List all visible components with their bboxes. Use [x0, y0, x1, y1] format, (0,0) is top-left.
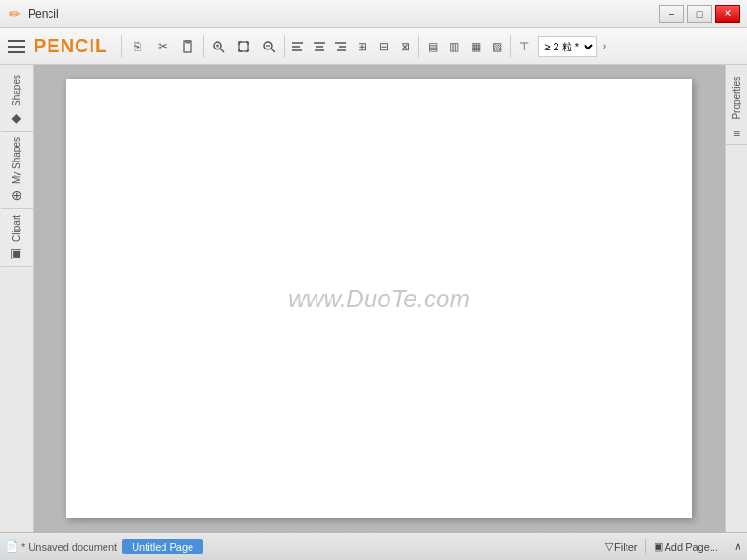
hamburger-line-1 [8, 40, 25, 42]
main-area: Shapes ◆ My Shapes ⊕ Clipart ▣ www.DuoTe… [0, 65, 747, 532]
zoom-in-button[interactable] [206, 35, 231, 59]
copy-button[interactable]: ⎘ [125, 35, 149, 59]
hamburger-line-2 [8, 46, 25, 48]
zoom-tools [206, 35, 281, 59]
align-center-button[interactable] [309, 36, 330, 57]
title-bar-text: Pencil [28, 7, 657, 21]
align-right-button[interactable] [331, 36, 351, 57]
svg-rect-6 [239, 42, 248, 51]
distribute-both-button[interactable]: ⊠ [395, 36, 416, 57]
page-tab[interactable]: Untitled Page [122, 539, 203, 554]
close-button[interactable]: ✕ [715, 5, 740, 23]
toolbar-sep-3 [284, 35, 285, 58]
add-page-label: Add Page... [665, 541, 719, 553]
shapes-icon: ◆ [11, 110, 21, 125]
clipart-tab[interactable]: Clipart ▣ [1, 209, 33, 267]
hamburger-line-3 [8, 51, 25, 53]
filter-icon: ▽ [605, 540, 613, 553]
align-left-icon [291, 41, 304, 52]
property-dropdown[interactable]: ≥ 2 粒 * [538, 36, 597, 57]
distribute-v-button[interactable]: ⊟ [374, 36, 394, 57]
paste-button[interactable] [176, 35, 200, 59]
valign-justify-button[interactable]: ▧ [486, 36, 507, 57]
properties-tab[interactable]: Properties ≡ [726, 69, 747, 145]
zoom-out-icon [262, 40, 275, 53]
filter-button[interactable]: ▽ Filter [605, 540, 637, 553]
filter-label: Filter [614, 541, 637, 553]
fit-button[interactable] [232, 35, 256, 59]
align-left-button[interactable] [288, 36, 308, 57]
valign-middle-button[interactable]: ▥ [444, 36, 464, 57]
shapes-tab-label: Shapes [11, 75, 21, 106]
bottom-sep [645, 539, 646, 554]
toolbar-sep-5 [510, 35, 511, 58]
toolbar-sep-1 [121, 35, 122, 58]
align-right-icon [334, 41, 347, 52]
hamburger-button[interactable] [4, 34, 30, 60]
svg-line-16 [271, 49, 275, 52]
minimize-button[interactable]: − [659, 5, 684, 23]
clipart-icon: ▣ [10, 245, 22, 260]
valign-bottom-button[interactable]: ▦ [465, 36, 486, 57]
toolbar-sep-4 [418, 35, 419, 58]
right-sidebar: Properties ≡ [725, 65, 747, 532]
bottom-sep-2 [726, 539, 726, 554]
distribute-h-button[interactable]: ⊞ [352, 36, 373, 57]
add-page-button[interactable]: ▣ Add Page... [654, 540, 719, 553]
my-shapes-icon: ⊕ [11, 188, 22, 203]
valign-top-button[interactable]: ▤ [422, 36, 443, 57]
doc-icon: 📄 [6, 540, 19, 553]
zoom-in-icon [212, 40, 225, 53]
toolbar-sep-2 [203, 35, 204, 58]
nav-up-button[interactable]: ∧ [734, 540, 741, 553]
left-sidebar: Shapes ◆ My Shapes ⊕ Clipart ▣ [0, 65, 34, 532]
bottom-bar: 📄 * Unsaved document Untitled Page ▽ Fil… [0, 532, 747, 560]
valign-tools: ▤ ▥ ▦ ▧ [422, 36, 507, 57]
dropdown-arrow[interactable]: › [597, 36, 612, 57]
svg-line-3 [220, 49, 224, 52]
maximize-button[interactable]: □ [687, 5, 712, 23]
unsaved-text: * Unsaved document [21, 541, 117, 553]
property-filter-button[interactable]: ⊤ [514, 36, 534, 57]
watermark: www.DuoTe.com [289, 285, 470, 314]
my-shapes-tab[interactable]: My Shapes ⊕ [1, 132, 33, 209]
paste-icon [181, 40, 194, 53]
add-page-icon: ▣ [654, 540, 663, 553]
align-center-icon [313, 41, 326, 52]
canvas-area[interactable]: www.DuoTe.com [34, 65, 725, 532]
zoom-out-button[interactable] [257, 35, 281, 59]
properties-label: Properties [731, 73, 741, 123]
clipart-tab-label: Clipart [11, 215, 21, 242]
svg-rect-1 [186, 40, 190, 43]
toolbar: PENCIL ⎘ ✂ [0, 28, 747, 65]
nav-up-icon: ∧ [734, 540, 741, 553]
fit-icon [237, 40, 250, 53]
cut-button[interactable]: ✂ [150, 35, 175, 59]
unsaved-document-indicator: 📄 * Unsaved document [6, 540, 117, 553]
title-bar: ✏ Pencil − □ ✕ [0, 0, 747, 28]
shapes-tab[interactable]: Shapes ◆ [1, 69, 33, 132]
app-icon: ✏ [7, 7, 22, 21]
properties-icon: ≡ [733, 127, 740, 140]
edit-tools: ⎘ ✂ [125, 35, 200, 59]
bottom-right-actions: ▽ Filter ▣ Add Page... ∧ [605, 539, 741, 554]
app-name: PENCIL [34, 35, 107, 57]
align-tools: ⊞ ⊟ ⊠ [288, 36, 416, 57]
canvas-page: www.DuoTe.com [66, 79, 692, 518]
my-shapes-tab-label: My Shapes [11, 137, 21, 184]
